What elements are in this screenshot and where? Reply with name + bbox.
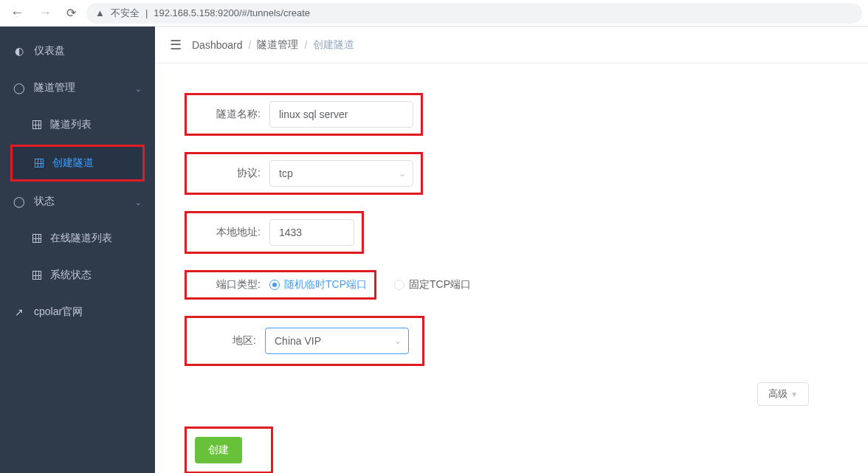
port-type-fixed-radio[interactable]: 固定TCP端口 [394,278,471,291]
url-text: 192.168.5.158:9200/#/tunnels/create [154,7,310,18]
breadcrumb-sep: / [304,39,307,51]
grid-icon [32,234,41,243]
sidebar-item-label: 在线隧道列表 [50,232,142,245]
grid-icon [35,159,44,168]
browser-toolbar: ← → ⟳ ▲ 不安全 | 192.168.5.158:9200/#/tunne… [0,0,868,27]
sidebar-item-label: 系统状态 [50,269,142,282]
port-type-highlight: 端口类型: 随机临时TCP端口 [185,270,376,300]
local-addr-label: 本地地址: [194,226,261,239]
sidebar-item-create-highlight: 创建隧道 [10,145,145,182]
sidebar-item-dashboard[interactable]: ◐ 仪表盘 [0,32,155,69]
sidebar: ◐ 仪表盘 ◯ 隧道管理 ⌃ 隧道列表 创建隧道 ◯ 状态 ⌃ 在线隧道列表 [0,27,155,473]
tunnel-name-label: 隧道名称: [194,108,261,121]
sidebar-item-status[interactable]: ◯ 状态 ⌃ [0,183,155,220]
local-addr-highlight: 本地地址: [185,211,364,254]
sidebar-item-label: 隧道列表 [50,118,142,131]
port-type-random-radio[interactable]: 随机临时TCP端口 [269,278,367,291]
port-type-label: 端口类型: [194,278,261,291]
radio-icon [269,280,280,290]
security-label: 不安全 [111,7,140,20]
grid-icon [32,271,41,280]
breadcrumb: Dashboard / 隧道管理 / 创建隧道 [192,38,354,52]
radio-icon [394,280,404,290]
circle-icon: ◯ [13,82,25,94]
sidebar-item-create-tunnel[interactable]: 创建隧道 [13,147,142,179]
advanced-label: 高级 [768,387,788,401]
gauge-icon: ◐ [13,45,25,57]
submit-highlight: 创建 [185,427,273,473]
local-addr-input[interactable] [269,219,354,246]
grid-icon [32,120,41,129]
sidebar-item-tunnel-list[interactable]: 隧道列表 [0,106,155,143]
create-button[interactable]: 创建 [195,437,242,463]
radio-label: 固定TCP端口 [409,278,471,291]
sidebar-item-system-status[interactable]: 系统状态 [0,257,155,294]
sidebar-item-label: 创建隧道 [52,156,129,170]
sidebar-item-label: 状态 [34,195,126,208]
region-label: 地区: [219,334,256,348]
breadcrumb-item-current: 创建隧道 [313,38,354,52]
chevron-up-icon: ⌃ [135,83,142,93]
chevron-up-icon: ⌃ [135,197,142,207]
advanced-button[interactable]: 高级 ▼ [757,382,809,406]
sidebar-item-label: 仪表盘 [34,44,142,58]
address-bar[interactable]: ▲ 不安全 | 192.168.5.158:9200/#/tunnels/cre… [86,3,862,24]
breadcrumb-sep: / [249,39,252,51]
sidebar-item-label: cpolar官网 [34,305,142,319]
triangle-down-icon: ▼ [790,390,798,398]
main-content: ☰ Dashboard / 隧道管理 / 创建隧道 隧道名称: 协议: [155,27,868,473]
region-select[interactable] [265,328,409,354]
reload-button[interactable]: ⟳ [62,6,80,20]
region-highlight: 地区: ⌄ [185,316,424,366]
circle-icon: ◯ [13,196,25,207]
breadcrumb-item[interactable]: 隧道管理 [257,38,298,52]
page-header: ☰ Dashboard / 隧道管理 / 创建隧道 [155,27,868,63]
external-link-icon: ↗ [13,306,25,318]
create-tunnel-form: 隧道名称: 协议: ⌄ 本地地址: [155,63,868,473]
back-button[interactable]: ← [6,5,28,21]
tunnel-name-input[interactable] [269,101,413,128]
breadcrumb-item[interactable]: Dashboard [192,39,243,51]
url-separator: | [145,7,148,18]
sidebar-item-online-tunnels[interactable]: 在线隧道列表 [0,220,155,257]
radio-label: 随机临时TCP端口 [284,278,367,291]
tunnel-name-highlight: 隧道名称: [185,93,423,136]
sidebar-item-tunnel-mgmt[interactable]: ◯ 隧道管理 ⌃ [0,69,155,106]
protocol-highlight: 协议: ⌄ [185,152,423,195]
sidebar-item-cpolar-site[interactable]: ↗ cpolar官网 [0,294,155,331]
protocol-select[interactable] [269,160,413,187]
protocol-label: 协议: [194,167,261,180]
forward-button[interactable]: → [34,5,56,21]
sidebar-item-label: 隧道管理 [34,81,126,94]
warning-icon: ▲ [95,7,105,18]
menu-toggle-icon[interactable]: ☰ [170,37,182,53]
